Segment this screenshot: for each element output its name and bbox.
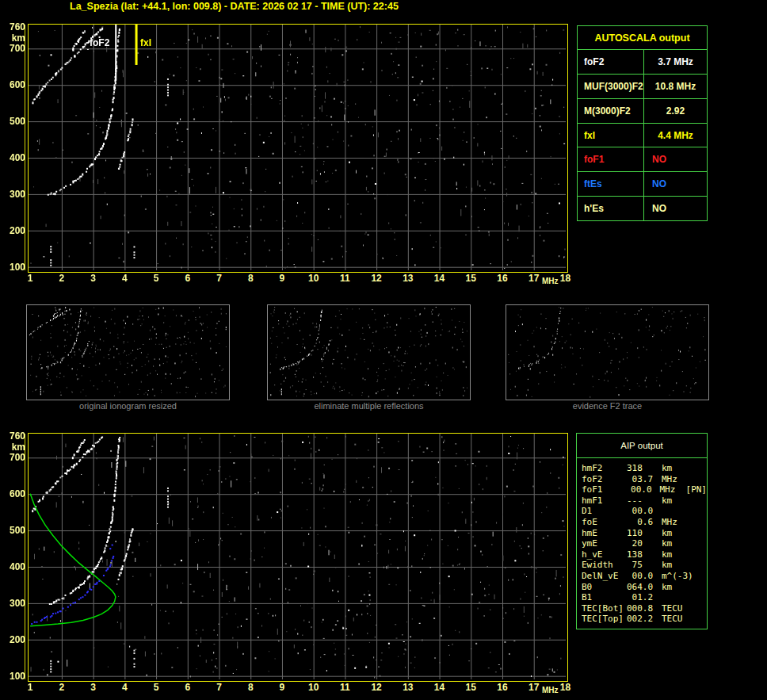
y-tick-label: 300 [2,598,25,609]
autoscala-row-hes: h'EsNO [578,196,707,220]
aip-parameter-value: 000.8 [627,603,655,614]
y-axis-unit: km [2,33,25,44]
aip-parameter-value: 75 [627,560,655,571]
x-tick-label: 13 [399,682,417,693]
aip-parameter-value: 20 [627,538,655,549]
y-tick-label: 700 [2,452,25,463]
autoscala-table-header: AUTOSCALA output [578,26,707,50]
x-tick-label: 8 [242,273,259,284]
y-tick-label: 200 [2,225,25,236]
aip-row-foe: foE 0.6MHz [582,517,707,528]
aip-parameter-unit: km [662,582,672,593]
x-tick-label: 16 [494,682,511,693]
x-tick-label: 17 [525,682,543,693]
aip-parameter-unit: MHz [662,474,677,485]
aip-parameter-name: DelN_vE [582,571,627,582]
aip-parameter-value: 064.0 [627,582,655,593]
autoscala-row-m3000f2: M(3000)F22.92 [578,98,707,123]
parameter-value: NO [644,197,707,220]
aip-parameter-unit: MHz [PN] [659,484,707,495]
thumbnail-evidence-f2 [506,304,709,400]
autoscala-row-muf3000f2: MUF(3000)F210.8 MHz [578,74,707,98]
aip-row-hve: h_vE138km [582,549,707,560]
x-tick-label: 4 [116,273,133,284]
x-tick-label: 7 [211,682,228,693]
x-tick-label: 14 [431,273,448,284]
autoscala-row-fof2: foF23.7 MHz [578,50,707,74]
aip-row-fof2: foF2 03.7MHz [582,474,707,485]
y-tick-label: 400 [2,152,25,163]
autoscala-table-rows: foF23.7 MHzMUF(3000)F210.8 MHzM(3000)F22… [578,50,707,220]
y-tick-label: 760 [2,430,25,442]
aip-row-b0: B0064.0km [582,582,707,593]
x-tick-label: 6 [179,273,197,284]
x-tick-label: 4 [116,682,133,693]
x-tick-label: 17 [525,273,543,284]
parameter-name: MUF(3000)F2 [578,75,644,98]
aip-row-fof1: foF1 00.0MHz [PN] [582,484,707,495]
parameter-name: M(3000)F2 [578,99,644,123]
x-tick-label: 10 [305,682,322,693]
y-tick-label: 100 [2,262,25,273]
aip-parameter-unit: TECU [662,603,683,614]
thumbnail-eliminate-canvas [268,305,468,398]
x-tick-label: 11 [336,273,353,284]
parameter-name: foF2 [578,50,644,74]
x-tick-label: 3 [85,273,102,284]
x-tick-label: 15 [462,273,479,284]
thumbnail-caption-original: original ionogram resized [26,401,230,411]
parameter-value: NO [644,147,707,171]
thumbnail-original-canvas [27,305,227,398]
y-tick-label: 600 [2,79,25,90]
aip-parameter-unit: km [662,495,672,507]
aip-table-rows: hmF2318kmfoF2 03.7MHzfoF1 00.0MHz [PN]hm… [577,458,707,625]
aip-parameter-name: B0 [582,582,627,593]
aip-parameter-name: Ewidth [582,560,627,571]
autoscala-row-ftes: ftEsNO [578,171,707,196]
x-tick-label: 18 [556,273,574,284]
x-tick-label: 2 [53,682,71,693]
y-axis-unit: km [2,442,25,453]
aip-parameter-name: h_vE [582,549,627,560]
aip-parameter-value: 138 [627,549,655,560]
aip-row-hmf2: hmF2318km [582,463,707,474]
aip-parameter-name: foE [582,517,627,528]
aip-row-ewidth: Ewidth 75km [582,560,707,571]
x-tick-label: 8 [242,682,259,693]
x-tick-label: 15 [462,682,479,693]
aip-parameter-value: 110 [627,528,655,539]
parameter-value: NO [644,172,707,196]
aip-parameter-value: 00.0 [627,571,655,582]
page-title: La_Spezia (lat: +44.1, lon: 009.8) - DAT… [70,1,399,12]
y-tick-label: 200 [2,634,25,645]
aip-parameter-value: 00.0 [625,484,653,495]
parameter-value: 3.7 MHz [644,50,707,74]
aip-parameter-unit: MHz [662,517,677,528]
aip-parameter-value: 01.2 [627,592,655,603]
aip-parameter-unit: m^(-3) [662,571,693,582]
x-tick-label: 13 [399,273,417,284]
x-tick-label: 7 [211,273,228,284]
top-ionogram-plot: foF2 fxI [28,24,568,273]
aip-parameter-value: 0.6 [627,517,655,528]
x-tick-label: 11 [336,682,353,693]
bottom-x-axis-unit: MHz [542,686,559,694]
parameter-value: 10.8 MHz [644,75,707,98]
x-tick-label: 10 [305,273,322,284]
y-tick-label: 700 [2,43,25,54]
parameter-name: h'Es [578,197,644,220]
aip-parameter-name: ymE [582,538,627,549]
x-tick-label: 1 [21,273,39,284]
parameter-value: 4.4 MHz [644,124,707,147]
aip-parameter-value: --- [627,495,655,507]
aip-row-yme: ymE 20km [582,538,707,549]
aip-parameter-value: 03.7 [627,474,655,485]
y-tick-label: 760 [2,21,25,33]
aip-parameter-unit: km [662,528,672,539]
aip-row-tectop: TEC[Top]002.2TECU [582,614,707,625]
x-tick-label: 12 [368,682,385,693]
x-tick-label: 18 [556,682,574,693]
thumbnail-original-ionogram [26,304,230,400]
aip-parameter-value: 318 [627,463,655,474]
aip-parameter-name: TEC[Top] [582,614,627,625]
